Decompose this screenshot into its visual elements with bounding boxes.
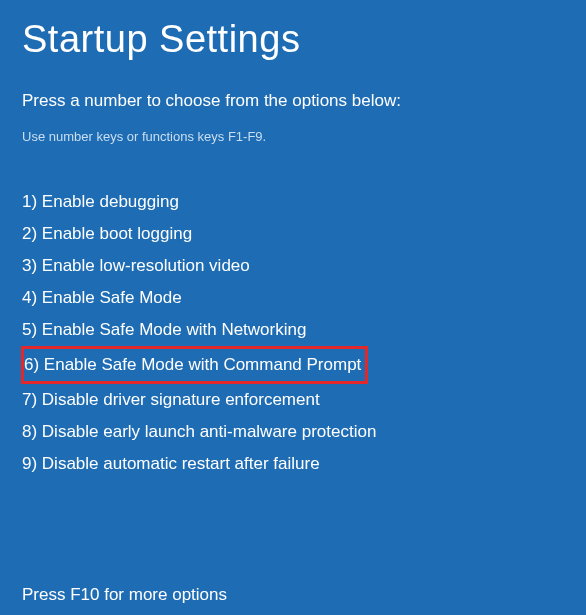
option-1-debugging[interactable]: 1) Enable debugging	[22, 186, 179, 218]
option-7-driver-signature[interactable]: 7) Disable driver signature enforcement	[22, 384, 320, 416]
option-6-safe-mode-cmd[interactable]: 6) Enable Safe Mode with Command Prompt	[21, 346, 368, 384]
option-3-low-res-video[interactable]: 3) Enable low-resolution video	[22, 250, 250, 282]
options-list: 1) Enable debugging 2) Enable boot loggi…	[22, 186, 564, 480]
option-4-safe-mode[interactable]: 4) Enable Safe Mode	[22, 282, 182, 314]
page-title: Startup Settings	[22, 18, 564, 61]
footer-section: Press F10 for more options Press Enter t…	[22, 580, 564, 615]
sub-instruction-text: Use number keys or functions keys F1-F9.	[22, 129, 564, 144]
option-9-auto-restart[interactable]: 9) Disable automatic restart after failu…	[22, 448, 320, 480]
instruction-text: Press a number to choose from the option…	[22, 91, 564, 111]
option-2-boot-logging[interactable]: 2) Enable boot logging	[22, 218, 192, 250]
option-8-anti-malware[interactable]: 8) Disable early launch anti-malware pro…	[22, 416, 376, 448]
startup-settings-screen: Startup Settings Press a number to choos…	[0, 0, 586, 615]
more-options-text: Press F10 for more options	[22, 580, 564, 610]
return-text: Press Enter to return to your operating …	[22, 610, 564, 615]
option-5-safe-mode-networking[interactable]: 5) Enable Safe Mode with Networking	[22, 314, 306, 346]
